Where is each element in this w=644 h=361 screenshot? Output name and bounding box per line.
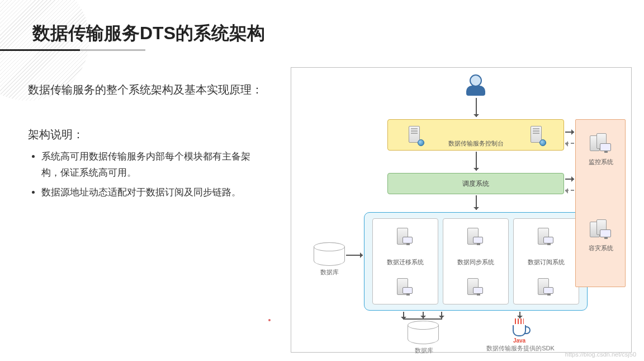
sdk-label: 数据传输服务提供的SDK xyxy=(481,344,560,353)
subscribe-system-box: 数据订阅系统 xyxy=(513,218,579,304)
user-icon xyxy=(465,74,487,96)
server-icon xyxy=(397,278,414,297)
control-panel-label: 数据传输服务控制台 xyxy=(388,139,564,148)
laser-pointer-dot xyxy=(268,319,271,321)
server-icon xyxy=(467,278,484,297)
arrow-down-icon xyxy=(476,195,477,210)
title-underline xyxy=(0,49,145,51)
arrow-right-icon xyxy=(346,255,363,256)
bullet-item: 系统高可用数据传输服务内部每个模块都有主备架构，保证系统高可用。 xyxy=(41,149,263,181)
monitor-system-group: 监控系统 xyxy=(579,133,623,166)
server-icon xyxy=(467,228,484,247)
scheduler-box: 调度系统 xyxy=(387,173,564,194)
architecture-diagram: 数据传输服务控制台 调度系统 数据迁移系统 数据同步系统 数据订阅系统 数据库 xyxy=(291,67,632,353)
db-bottom xyxy=(408,321,439,349)
server-icon xyxy=(538,228,555,247)
arrow-right-icon xyxy=(565,179,574,180)
arrow-down-icon xyxy=(441,312,442,318)
system-label: 数据迁移系统 xyxy=(387,258,424,266)
db-left: 数据库 xyxy=(314,242,345,270)
server-pair-icon xyxy=(590,133,612,154)
dr-system-group: 容灾系统 xyxy=(579,219,623,252)
monitor-label: 监控系统 xyxy=(579,158,623,166)
right-side-panel: 监控系统 容灾系统 xyxy=(575,119,626,287)
sub-heading: 架构说明： xyxy=(28,123,263,146)
main-systems-group: 数据迁移系统 数据同步系统 数据订阅系统 xyxy=(364,212,588,311)
db-left-label: 数据库 xyxy=(314,268,345,276)
server-icon xyxy=(397,228,414,247)
intro-text: 数据传输服务的整个系统架构及基本实现原理： xyxy=(28,78,263,101)
java-icon: Java xyxy=(508,318,531,344)
dr-label: 容灾系统 xyxy=(579,244,623,252)
db-bottom-label: 数据库 xyxy=(399,346,449,355)
scheduler-label: 调度系统 xyxy=(462,179,489,189)
left-text-column: 数据传输服务的整个系统架构及基本实现原理： 架构说明： 系统高可用数据传输服务内… xyxy=(28,78,263,204)
watermark-text: https://blog.csdn.net/csj50 xyxy=(565,351,636,358)
java-label: Java xyxy=(508,337,531,344)
arrow-down-icon xyxy=(423,312,424,318)
server-icon xyxy=(538,278,555,297)
migration-system-box: 数据迁移系统 xyxy=(372,218,438,304)
arrow-dashed-left-icon xyxy=(565,190,574,191)
server-pair-icon xyxy=(590,219,612,241)
system-label: 数据订阅系统 xyxy=(528,258,565,266)
system-label: 数据同步系统 xyxy=(457,258,494,266)
bullet-list: 系统高可用数据传输服务内部每个模块都有主备架构，保证系统高可用。 数据源地址动态… xyxy=(41,149,263,201)
arrow-down-icon xyxy=(519,312,520,318)
arrow-dashed-left-icon xyxy=(565,143,574,144)
arrow-right-icon xyxy=(565,132,574,133)
page-title: 数据传输服务DTS的系统架构 xyxy=(32,21,265,46)
control-panel-box: 数据传输服务控制台 xyxy=(387,119,564,151)
bullet-item: 数据源地址动态适配对于数据订阅及同步链路。 xyxy=(41,185,263,201)
arrow-down-icon xyxy=(476,152,477,171)
sync-system-box: 数据同步系统 xyxy=(443,218,509,304)
arrow-down-icon xyxy=(476,98,477,117)
